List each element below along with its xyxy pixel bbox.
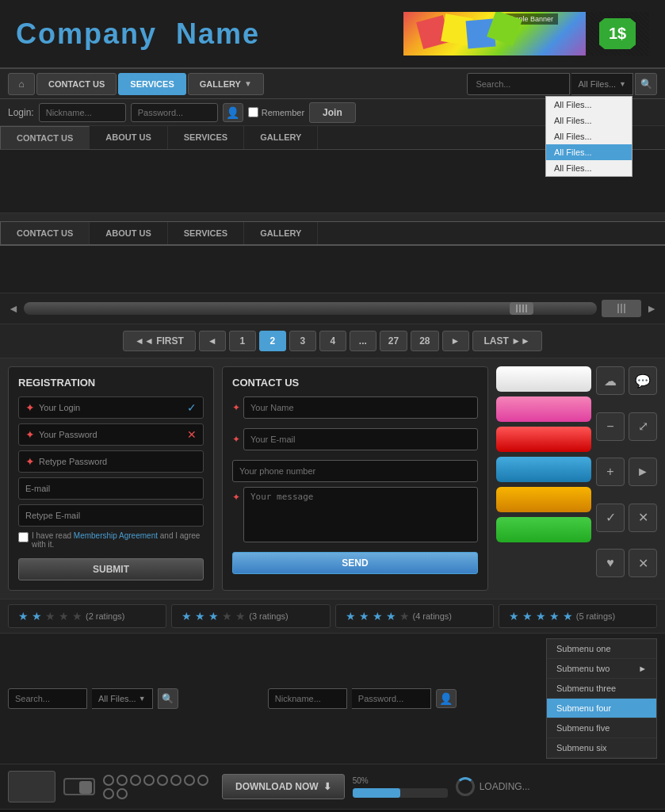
star[interactable]: ★ (18, 610, 29, 622)
star[interactable]: ★ (208, 610, 219, 622)
page-prev-button[interactable]: ◄ (199, 331, 226, 351)
subnav2-services[interactable]: SERVICES (168, 222, 244, 244)
star[interactable]: ★ (182, 610, 192, 622)
star[interactable]: ★ (509, 610, 519, 622)
submenu-item-5[interactable]: Submenu five (547, 718, 656, 738)
radio-dot-2[interactable] (117, 775, 128, 786)
contact-email-input[interactable] (243, 428, 478, 450)
search-input[interactable] (467, 73, 570, 95)
submenu-item-6[interactable]: Submenu six (547, 738, 656, 758)
radio-dot-8[interactable] (197, 775, 208, 786)
bottom-pass-input[interactable] (352, 688, 431, 709)
radio-dot-7[interactable] (184, 775, 195, 786)
search-dropdown[interactable]: All Files... ▼ All Files... All Files...… (571, 73, 633, 95)
nav-gallery[interactable]: GALLERY ▼ (188, 73, 264, 95)
green-button[interactable] (496, 517, 591, 542)
send-button[interactable]: SEND (232, 552, 478, 574)
subnav2-gallery[interactable]: GALLERY (244, 222, 318, 244)
star[interactable]: ★ (373, 610, 383, 622)
remember-checkbox[interactable] (248, 107, 258, 117)
page-28-button[interactable]: 28 (411, 331, 438, 351)
dropdown-item-selected[interactable]: All Files... (546, 144, 632, 160)
plus-icon-button[interactable]: + (596, 458, 625, 486)
nav-contact-us[interactable]: CONTACT US (36, 73, 117, 95)
star[interactable]: ★ (346, 610, 356, 622)
contact-phone-input[interactable] (232, 460, 478, 482)
page-first-button[interactable]: ◄◄ FIRST (123, 331, 196, 351)
subnav-services[interactable]: SERVICES (168, 126, 244, 149)
slider-left-arrow[interactable]: ◄ (8, 302, 19, 315)
white-button[interactable] (496, 366, 591, 392)
page-2-button[interactable]: 2 (259, 331, 286, 351)
dropdown-item[interactable]: All Files... (546, 97, 632, 113)
subnav-gallery[interactable]: GALLERY (244, 126, 318, 149)
radio-dot-3[interactable] (130, 775, 141, 786)
star[interactable]: ★ (32, 610, 42, 622)
star[interactable]: ★ (536, 610, 546, 622)
chat-icon-button[interactable]: 💬 (629, 366, 657, 395)
subnav2-about-us[interactable]: ABOUT US (90, 222, 167, 244)
radio-dot-1[interactable] (103, 775, 114, 786)
dropdown-item[interactable]: All Files... (546, 160, 632, 176)
radio-dot-6[interactable] (170, 775, 182, 786)
page-1-button[interactable]: 1 (229, 331, 256, 351)
submit-button[interactable]: SUBMIT (18, 558, 204, 580)
search-button[interactable]: 🔍 (635, 73, 657, 95)
radio-dot-4[interactable] (143, 775, 155, 786)
star[interactable]: ★ (359, 610, 369, 622)
nav-services[interactable]: SERVICES (118, 73, 185, 95)
home-button[interactable]: ⌂ (8, 73, 35, 95)
check-icon-button[interactable]: ✓ (596, 504, 625, 532)
download-button[interactable]: DOWNLOAD NOW ⬇ (222, 774, 345, 799)
slider-right-arrow[interactable]: ► (646, 302, 657, 315)
subnav-about-us[interactable]: ABOUT US (90, 126, 167, 149)
slider-right-button[interactable] (602, 300, 641, 317)
toggle-button[interactable] (63, 778, 95, 795)
slider-handle[interactable] (510, 302, 533, 315)
submenu-item-3[interactable]: Submenu three (547, 679, 656, 699)
star[interactable]: ★ (195, 610, 205, 622)
page-next-button[interactable]: ► (442, 331, 469, 351)
pink-button[interactable] (496, 396, 591, 422)
radio-dot-5[interactable] (157, 775, 168, 786)
agree-checkbox[interactable] (18, 532, 29, 542)
bottom-search-dropdown[interactable]: All Files... ▼ (92, 688, 153, 709)
bottom-nick-input[interactable] (268, 688, 347, 709)
join-button[interactable]: Join (309, 102, 356, 123)
subnav-contact-us[interactable]: CONTACT US (0, 126, 90, 149)
radio-dot-9[interactable] (103, 788, 114, 799)
heart-icon-button[interactable]: ♥ (596, 549, 625, 577)
nickname-input[interactable] (39, 103, 126, 122)
star[interactable]: ★ (522, 610, 533, 622)
page-last-button[interactable]: LAST ►► (472, 331, 542, 351)
expand-icon-button[interactable]: ⤢ (629, 412, 657, 441)
page-ellipsis[interactable]: ... (350, 331, 376, 351)
bottom-search-input[interactable] (8, 688, 87, 709)
yellow-button[interactable] (496, 487, 591, 512)
close-icon-button[interactable]: ✕ (629, 504, 657, 532)
radio-dot-10[interactable] (117, 788, 128, 799)
submenu-item-1[interactable]: Submenu one (547, 639, 656, 659)
dropdown-item[interactable]: All Files... (546, 128, 632, 144)
star[interactable]: ★ (549, 610, 560, 622)
page-4-button[interactable]: 4 (319, 331, 346, 351)
page-27-button[interactable]: 27 (380, 331, 407, 351)
star[interactable]: ★ (386, 610, 396, 622)
submenu-item-2[interactable]: Submenu two ► (547, 659, 656, 679)
slider-track[interactable] (24, 302, 597, 315)
membership-link[interactable]: Membership Agreement (74, 531, 158, 540)
dropdown-item[interactable]: All Files... (546, 113, 632, 128)
page-3-button[interactable]: 3 (289, 331, 316, 351)
cloud-icon-button[interactable]: ☁ (596, 366, 625, 395)
submenu-item-4-selected[interactable]: Submenu four (547, 699, 656, 718)
password-input[interactable] (131, 103, 218, 122)
contact-message-textarea[interactable] (243, 487, 478, 542)
x-icon-button[interactable]: ✕ (629, 549, 657, 577)
subnav2-contact-us[interactable]: CONTACT US (0, 222, 90, 244)
contact-name-input[interactable] (243, 396, 478, 419)
star[interactable]: ★ (563, 610, 573, 622)
red-button[interactable] (496, 427, 591, 452)
blue-button[interactable] (496, 457, 591, 482)
bottom-search-button[interactable]: 🔍 (158, 688, 178, 709)
minus-icon-button[interactable]: − (596, 412, 625, 441)
